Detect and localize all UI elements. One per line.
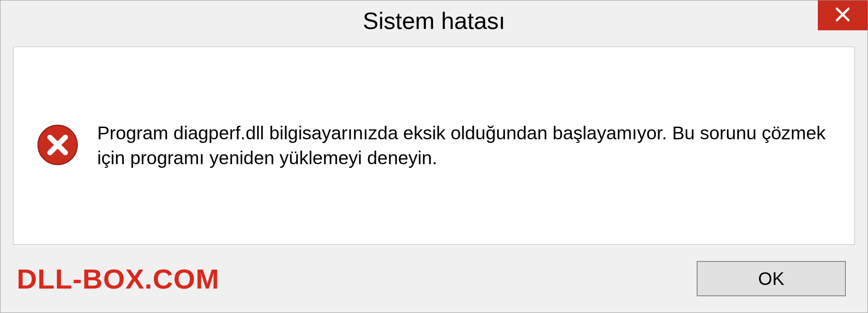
error-icon — [36, 123, 79, 168]
dialog-footer: DLL-BOX.COM OK — [0, 245, 868, 313]
error-dialog: Sistem hatası Program diagperf.dll bilgi… — [0, 0, 868, 313]
close-button[interactable] — [818, 0, 868, 30]
content-area: Program diagperf.dll bilgisayarınızda ek… — [13, 47, 855, 245]
watermark-text: DLL-BOX.COM — [17, 263, 219, 295]
error-message: Program diagperf.dll bilgisayarınızda ek… — [97, 121, 832, 171]
titlebar: Sistem hatası — [0, 0, 868, 41]
close-icon — [835, 7, 850, 24]
dialog-title: Sistem hatası — [363, 7, 505, 34]
ok-button[interactable]: OK — [697, 261, 846, 296]
